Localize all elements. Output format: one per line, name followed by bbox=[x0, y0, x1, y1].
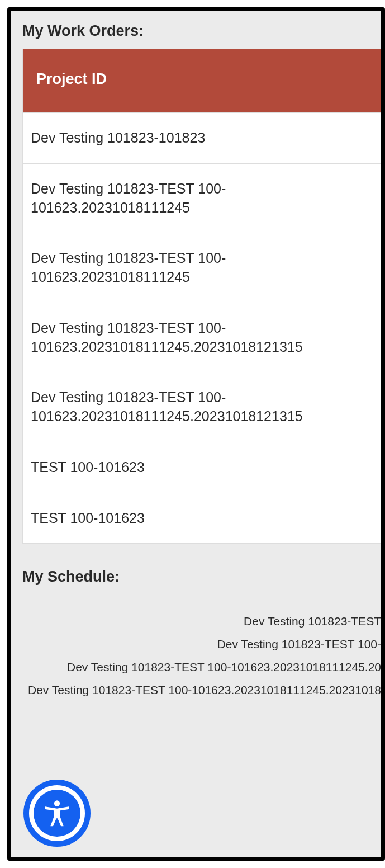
table-row[interactable]: Dev Testing 101823-TEST 100-101623.20231… bbox=[23, 372, 385, 442]
work-orders-title: My Work Orders: bbox=[11, 22, 381, 49]
schedule-list: Dev Testing 101823-TEST Dev Testing 1018… bbox=[11, 610, 381, 702]
table-row[interactable]: Dev Testing 101823-101823 bbox=[23, 112, 385, 163]
table-row[interactable]: TEST 100-101623 bbox=[23, 493, 385, 544]
accessibility-button[interactable] bbox=[23, 780, 91, 847]
schedule-item[interactable]: Dev Testing 101823-TEST 100-101623.20231… bbox=[11, 656, 381, 679]
schedule-item[interactable]: Dev Testing 101823-TEST bbox=[11, 610, 381, 633]
work-orders-table: Project ID Dev Testing 101823-101823 Dev… bbox=[22, 49, 385, 544]
accessibility-icon bbox=[41, 798, 73, 829]
table-row[interactable]: Dev Testing 101823-TEST 100-101623.20231… bbox=[23, 233, 385, 303]
table-row[interactable]: Dev Testing 101823-TEST 100-101623.20231… bbox=[23, 163, 385, 233]
schedule-item[interactable]: Dev Testing 101823-TEST 100- bbox=[11, 633, 381, 656]
app-frame: My Work Orders: Project ID Dev Testing 1… bbox=[7, 7, 385, 861]
schedule-section: My Schedule: Dev Testing 101823-TEST Dev… bbox=[11, 544, 381, 702]
schedule-item[interactable]: Dev Testing 101823-TEST 100-101623.20231… bbox=[11, 679, 381, 702]
table-header-project-id[interactable]: Project ID bbox=[23, 49, 385, 112]
svg-point-0 bbox=[54, 800, 60, 806]
table-row[interactable]: Dev Testing 101823-TEST 100-101623.20231… bbox=[23, 303, 385, 372]
schedule-title: My Schedule: bbox=[11, 568, 381, 610]
table-row[interactable]: TEST 100-101623 bbox=[23, 442, 385, 493]
accessibility-inner bbox=[34, 790, 80, 837]
